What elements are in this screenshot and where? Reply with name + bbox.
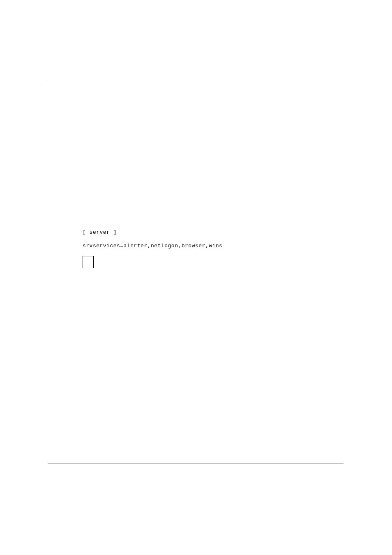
document-page: [ server ] srvservices=alerter,netlogon,… [0,0,392,555]
code-block: [ server ] srvservices=alerter,netlogon,… [83,229,222,249]
code-line-2: srvservices=alerter,netlogon,browser,win… [83,243,222,249]
top-horizontal-rule [48,82,344,82]
bottom-horizontal-rule [48,463,344,463]
empty-box-placeholder [83,256,94,268]
code-line-1: [ server ] [83,229,222,235]
